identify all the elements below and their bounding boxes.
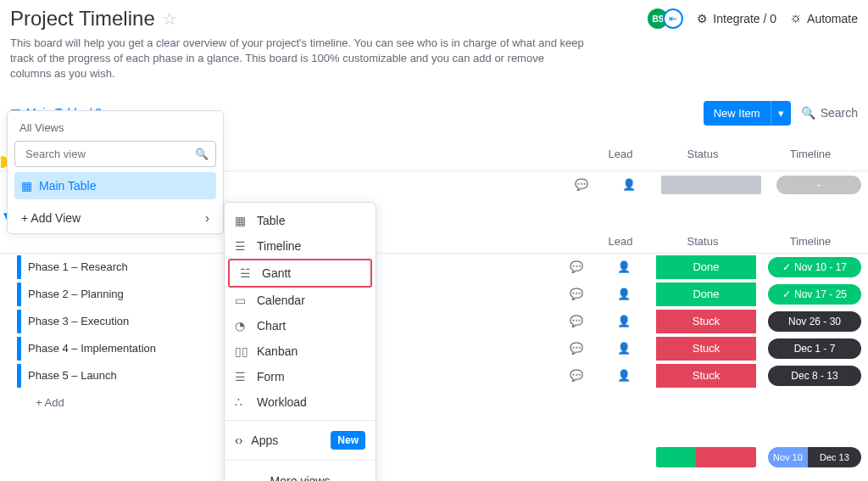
timeline-cell[interactable]: Nov 26 - 30 [768, 311, 861, 332]
menu-item-label: Table [257, 214, 285, 227]
search-icon: 🔍 [801, 106, 815, 120]
view-type-chart[interactable]: ◔Chart [225, 313, 376, 338]
chat-icon[interactable]: 💬 [554, 288, 598, 300]
plug-icon: ⚙ [697, 12, 708, 25]
menu-item-label: Apps [251, 433, 278, 447]
timeline-icon: ☰ [235, 239, 248, 253]
chat-icon[interactable]: 💬 [559, 178, 604, 191]
table-icon: ▦ [21, 179, 32, 193]
table-row[interactable]: Phase 3 – Execution 💬 👤 Stuck Nov 26 - 3… [0, 308, 868, 335]
chat-icon[interactable]: 💬 [554, 369, 598, 382]
add-view-label: + Add View [21, 211, 81, 225]
chart-icon: ◔ [235, 319, 248, 333]
chat-icon[interactable]: 💬 [554, 315, 598, 327]
person-icon[interactable]: 👤 [598, 342, 649, 355]
status-summary-bar [656, 447, 756, 467]
search-view-input[interactable] [22, 142, 195, 166]
column-header-lead[interactable]: Lead [595, 235, 646, 248]
new-item-button-group: New Item ▾ [704, 101, 791, 126]
menu-item-label: Gantt [262, 266, 291, 280]
menu-item-label: Form [257, 370, 285, 383]
view-type-gantt[interactable]: ☱Gantt [228, 259, 372, 288]
person-icon[interactable]: 👤 [598, 315, 649, 327]
view-type-form[interactable]: ☰Form [225, 364, 376, 389]
person-icon[interactable]: 👤 [598, 288, 649, 300]
timeline-cell[interactable]: Dec 8 - 13 [768, 366, 861, 386]
menu-item-label: Workload [257, 395, 307, 409]
view-type-kanban[interactable]: ▯▯Kanban [225, 338, 376, 364]
group-color-bar [17, 364, 21, 388]
menu-item-label: Timeline [257, 239, 301, 253]
timeline-summary-end: Dec 13 [808, 447, 861, 467]
automate-button[interactable]: ⛭ Automate [790, 12, 858, 25]
chat-icon[interactable]: 💬 [554, 342, 598, 355]
page-title: Project Timeline [10, 7, 155, 31]
status-cell[interactable]: Stuck [656, 337, 756, 361]
column-header-timeline[interactable]: Timeline [760, 148, 861, 160]
status-cell[interactable]: Stuck [656, 310, 756, 333]
menu-item-label: Calendar [257, 294, 305, 307]
status-cell[interactable]: Done [656, 282, 756, 306]
view-type-calendar[interactable]: ▭Calendar [225, 288, 376, 313]
timeline-cell[interactable]: ✓Nov 10 - 17 [768, 257, 861, 277]
table-row[interactable]: Phase 5 – Launch 💬 👤 Stuck Dec 8 - 13 [0, 362, 868, 389]
status-cell[interactable]: Done [656, 255, 756, 279]
automate-label: Automate [807, 12, 858, 25]
search-label: Search [821, 106, 858, 120]
search-view-input-wrap: 🔍 [14, 141, 216, 167]
view-item-main-table[interactable]: ▦ Main Table [14, 172, 216, 199]
chevron-right-icon: › [205, 211, 209, 225]
group-color-bar [17, 337, 21, 361]
status-summary-placeholder [661, 176, 761, 194]
table-row[interactable]: Phase 1 – Research 💬 👤 Done ✓Nov 10 - 17 [0, 254, 868, 281]
menu-item-label: Kanban [257, 344, 298, 358]
view-type-workload[interactable]: ∴Workload [225, 389, 376, 415]
chat-icon[interactable]: 💬 [554, 260, 598, 273]
table-row[interactable]: Phase 2 – Planning 💬 👤 Done ✓Nov 17 - 25 [0, 281, 868, 308]
favorite-star-icon[interactable]: ☆ [162, 8, 177, 29]
search-icon: 🔍 [195, 148, 209, 160]
column-header-status[interactable]: Status [653, 148, 753, 160]
code-icon: ‹› [235, 433, 242, 447]
view-type-table[interactable]: ▦Table [225, 208, 376, 233]
add-view-button[interactable]: + Add View › [14, 203, 216, 227]
person-icon[interactable]: 👤 [598, 260, 649, 273]
menu-item-label: Chart [257, 319, 286, 333]
view-item-label: Main Table [39, 179, 96, 193]
integrate-button[interactable]: ⚙ Integrate / 0 [697, 12, 776, 25]
timeline-summary-start: Nov 10 [768, 447, 808, 467]
view-type-apps[interactable]: ‹›Apps New [225, 426, 376, 455]
integrate-label: Integrate / 0 [713, 12, 776, 25]
new-item-dropdown[interactable]: ▾ [771, 101, 791, 126]
views-dropdown-title: All Views [14, 118, 216, 141]
add-item-row[interactable]: + Add [0, 389, 868, 417]
status-cell[interactable]: Stuck [656, 364, 756, 388]
timeline-summary-placeholder: - [776, 176, 861, 194]
group-color-bar [17, 310, 21, 333]
column-header-lead[interactable]: Lead [595, 148, 646, 160]
timeline-cell[interactable]: ✓Nov 17 - 25 [768, 284, 861, 305]
more-views-button[interactable]: More views [225, 466, 376, 481]
new-item-button[interactable]: New Item [704, 101, 771, 126]
form-icon: ☰ [235, 370, 248, 383]
search-button[interactable]: 🔍 Search [801, 106, 858, 120]
new-badge: New [331, 431, 365, 450]
views-dropdown: All Views 🔍 ▦ Main Table + Add View › [7, 110, 224, 234]
person-icon[interactable]: 👤 [598, 369, 649, 382]
column-header-status[interactable]: Status [653, 235, 753, 248]
group-color-bar [17, 255, 21, 279]
kanban-icon: ▯▯ [235, 344, 248, 358]
check-icon: ✓ [782, 261, 791, 273]
table-row[interactable]: Phase 4 – Implementation 💬 👤 Stuck Dec 1… [0, 335, 868, 362]
column-header-timeline[interactable]: Timeline [760, 235, 861, 248]
check-icon: ✓ [782, 288, 791, 300]
person-icon[interactable]: 👤 [604, 178, 654, 191]
workload-icon: ∴ [235, 395, 248, 409]
avatar-guest-icon: ⇤ [663, 8, 683, 29]
timeline-cell[interactable]: Dec 1 - 7 [768, 338, 861, 359]
member-avatars[interactable]: BS ⇤ [648, 8, 683, 29]
menu-divider [225, 460, 376, 461]
calendar-icon: ▭ [235, 294, 248, 307]
view-type-timeline[interactable]: ☰Timeline [225, 233, 376, 259]
gantt-icon: ☱ [240, 266, 253, 280]
